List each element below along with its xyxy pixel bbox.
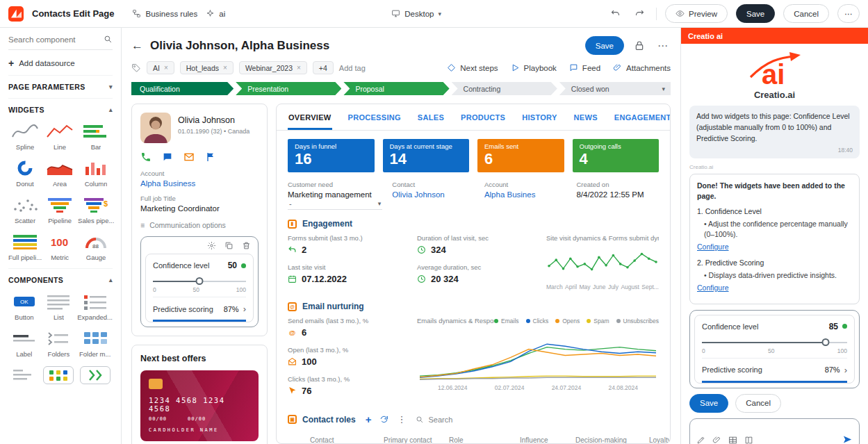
tab-products[interactable]: PRODUCTS <box>460 104 506 130</box>
tab-overview[interactable]: OVERVIEW <box>288 104 332 130</box>
device-selector[interactable]: Desktop ▾ <box>391 9 441 18</box>
settings-button[interactable] <box>207 241 216 250</box>
playbook-button[interactable]: Playbook <box>511 63 557 72</box>
overview-scroll-area[interactable]: Days in funnel16 Days at current stage14… <box>277 131 670 443</box>
widget-area[interactable]: Area <box>44 159 75 188</box>
flag-button[interactable] <box>205 151 216 163</box>
paperclip-icon[interactable] <box>712 436 721 444</box>
account-link[interactable]: Alpha Business <box>140 179 259 188</box>
stage-qualification[interactable]: Qualification <box>131 82 234 95</box>
redo-button[interactable] <box>632 6 648 22</box>
configure-link-1[interactable]: Configure <box>697 242 729 252</box>
add-tag-button[interactable]: Add tag <box>339 64 366 72</box>
close-icon[interactable]: × <box>164 64 168 72</box>
close-icon[interactable]: × <box>223 64 227 72</box>
stage-contracting[interactable]: Contracting <box>452 82 557 95</box>
ai-toolbar-button[interactable]: ai <box>206 9 225 18</box>
add-row-button[interactable]: + <box>366 413 372 425</box>
widget-donut[interactable]: Donut <box>8 159 42 188</box>
call-button[interactable] <box>140 151 152 163</box>
credit-card-image[interactable]: 1234 4568 1234 4568 00/0000/00 CARDHOLDE… <box>140 370 259 441</box>
avatar[interactable] <box>140 113 171 143</box>
widget-bar[interactable]: Bar <box>78 122 114 151</box>
tab-news[interactable]: NEWS <box>573 104 598 130</box>
save-button[interactable]: Save <box>736 4 775 23</box>
component-expanded-list[interactable]: Expanded... <box>77 293 113 321</box>
slider-thumb[interactable] <box>196 277 204 285</box>
record-more-button[interactable]: ⋯ <box>655 37 671 55</box>
tab-processing[interactable]: PROCESSING <box>347 104 402 130</box>
component-folder-manager[interactable]: Folder m... <box>77 329 113 358</box>
component-list[interactable]: List <box>43 293 75 321</box>
add-datasource-button[interactable]: + Add datasource <box>8 50 113 75</box>
undo-button[interactable] <box>607 6 623 22</box>
ai-message-composer[interactable] <box>689 418 860 444</box>
widget-scatter[interactable]: Scatter <box>8 196 42 224</box>
next-steps-button[interactable]: Next steps <box>447 63 498 72</box>
kebab-menu-icon[interactable]: ⋮ <box>397 414 406 425</box>
business-rules-button[interactable]: Business rules <box>132 9 197 18</box>
stage-presentation[interactable]: Presentation <box>236 82 341 95</box>
pencil-icon[interactable] <box>696 436 705 444</box>
back-arrow-icon[interactable]: ← <box>131 39 143 53</box>
refresh-icon[interactable] <box>379 415 388 424</box>
widget-pipeline[interactable]: Pipeline <box>44 196 75 224</box>
section-components[interactable]: COMPONENTS ▴ <box>8 268 113 291</box>
widget-metric[interactable]: 100Metric <box>44 233 75 261</box>
roles-search[interactable]: Search <box>416 416 452 424</box>
close-icon[interactable]: × <box>297 64 301 72</box>
widget-spline[interactable]: Spline <box>8 122 42 151</box>
preview-button[interactable]: Preview <box>665 4 728 23</box>
ai-widget-preview[interactable]: Confidence level 85 050100 <box>689 310 860 388</box>
more-tags-chip[interactable]: +4 <box>313 61 334 74</box>
widget-gauge[interactable]: 88Gauge <box>78 233 114 261</box>
component-timeline[interactable] <box>8 366 40 387</box>
search-input[interactable] <box>8 35 90 44</box>
field-account[interactable]: Account Alpha Busines <box>484 181 567 210</box>
duplicate-button[interactable] <box>224 241 234 250</box>
feed-button[interactable]: Feed <box>569 63 600 72</box>
section-widgets[interactable]: WIDGETS ▴ <box>8 98 113 121</box>
tab-engagement[interactable]: ENGAGEMENT <box>614 104 671 130</box>
component-emoji-grid[interactable] <box>43 366 75 387</box>
send-button[interactable] <box>842 434 853 444</box>
ai-save-button[interactable]: Save <box>689 394 728 413</box>
predictive-scoring-row[interactable]: Predictive scoring 87% › <box>153 297 246 322</box>
attachments-button[interactable]: Attachments <box>613 63 671 72</box>
table-icon[interactable] <box>728 436 737 444</box>
selected-widget-wrapper[interactable]: Confidence level 50 <box>140 236 259 327</box>
cancel-button[interactable]: Cancel <box>783 4 829 23</box>
ai-cancel-button[interactable]: Cancel <box>735 394 781 413</box>
book-icon[interactable] <box>744 436 753 444</box>
email-button[interactable] <box>183 151 195 163</box>
component-label[interactable]: Label <box>8 329 40 358</box>
widget-sales-pipeline[interactable]: $Sales pipe... <box>78 196 114 224</box>
component-wizard[interactable] <box>77 366 113 387</box>
communication-options-button[interactable]: ≡ Communication options <box>140 221 259 229</box>
field-contact[interactable]: Contact Olivia Johnson <box>392 181 475 210</box>
stage-closed-won[interactable]: Closed won▾ <box>559 82 671 95</box>
confidence-slider[interactable] <box>153 277 246 286</box>
slider-thumb[interactable] <box>821 338 829 346</box>
configure-link-2[interactable]: Configure <box>697 283 729 293</box>
ai-confidence-slider[interactable] <box>702 338 847 347</box>
stage-proposal[interactable]: Proposal <box>343 82 449 95</box>
tab-history[interactable]: HISTORY <box>521 104 557 130</box>
field-customer-need[interactable]: Customer need Marketing management -▾ <box>288 181 382 210</box>
predictive-scoring-row[interactable]: Predictive scoring 87% › <box>702 358 847 383</box>
more-options-button[interactable]: ⋯ <box>837 4 860 23</box>
widget-column[interactable]: Column <box>78 159 114 188</box>
widget-line[interactable]: Line <box>44 122 75 151</box>
lock-button[interactable] <box>631 38 648 54</box>
delete-button[interactable] <box>242 241 251 250</box>
chevron-down-icon[interactable]: ▾ <box>378 200 382 207</box>
chat-button[interactable] <box>162 151 173 163</box>
tag-chip[interactable]: Hot_leads× <box>180 61 234 74</box>
component-folders[interactable]: Folders <box>43 329 75 358</box>
component-button[interactable]: OKButton <box>8 293 40 321</box>
tag-chip[interactable]: AI× <box>147 61 174 74</box>
widget-full-pipeline[interactable]: Full pipeli... <box>8 233 42 261</box>
record-save-button[interactable]: Save <box>585 36 624 55</box>
tag-chip[interactable]: Webinar_2023× <box>239 61 307 74</box>
tab-sales[interactable]: SALES <box>417 104 445 130</box>
